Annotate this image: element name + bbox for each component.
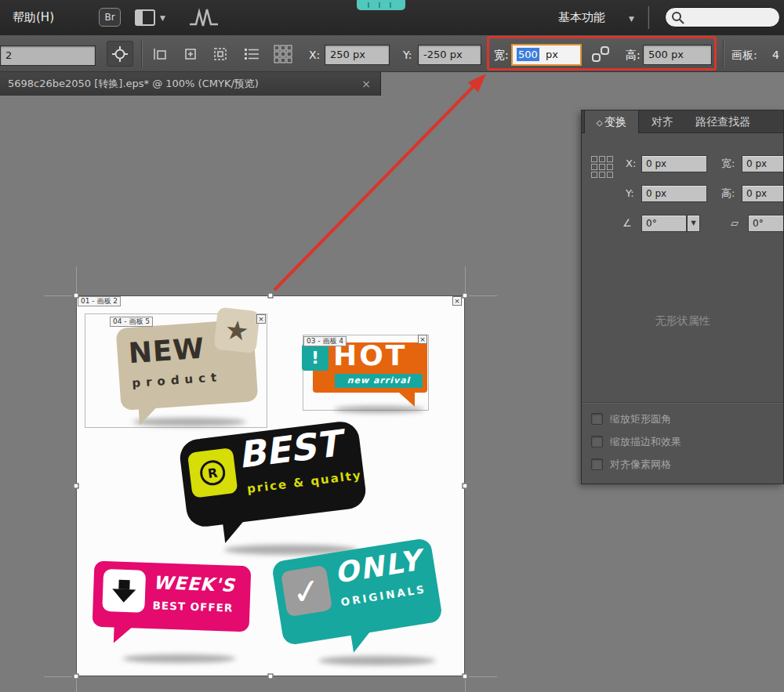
badge-arrow-box: [102, 569, 146, 613]
align-option-button-2[interactable]: [179, 42, 202, 66]
selection-handle[interactable]: [268, 674, 274, 679]
align-artboard-icon: [213, 47, 227, 61]
selection-handle[interactable]: [74, 293, 79, 299]
application-bar: 帮助(H) Br ▼ 基本功能 ▼: [0, 0, 784, 35]
link-icon: [590, 44, 611, 64]
y-label: Y:: [403, 45, 412, 65]
badge-shadow: [318, 656, 436, 665]
selection-handle[interactable]: [268, 293, 274, 299]
x-field[interactable]: 0 px: [641, 155, 707, 172]
crop-mark: [76, 266, 77, 292]
divider: [648, 6, 648, 29]
x-field[interactable]: 250 px: [325, 45, 390, 65]
badge-registered-box: R: [187, 447, 238, 498]
width-label: 宽:: [494, 45, 509, 65]
divider: [723, 40, 724, 67]
selected-value: 500: [517, 48, 539, 61]
constrain-proportions-button[interactable]: [590, 43, 612, 65]
crop-mark: [469, 676, 497, 677]
reference-point-proxy[interactable]: [591, 156, 613, 178]
target-icon-button[interactable]: [107, 41, 133, 67]
badge-weeks[interactable]: WEEK'S BEST OFFER: [93, 561, 252, 632]
y-field[interactable]: -250 px: [418, 45, 481, 65]
badge-best[interactable]: R BEST price & qualty: [178, 419, 368, 528]
rotate-dropdown-button[interactable]: ▼: [687, 215, 700, 232]
registered-icon: R: [198, 459, 227, 487]
chevron-down-icon[interactable]: ▼: [629, 15, 634, 23]
crop-mark: [76, 679, 77, 692]
height-field[interactable]: 0 px: [742, 185, 784, 202]
selection-handle[interactable]: [74, 484, 79, 489]
workspace-switcher[interactable]: 基本功能: [558, 0, 605, 35]
scale-corners-checkbox[interactable]: [591, 413, 603, 425]
divider: [582, 402, 783, 404]
sub-artboard-name-label[interactable]: 04 - 画板 5: [110, 317, 153, 327]
widget-stripe-icon: [368, 2, 369, 8]
rotate-field[interactable]: 0°: [641, 215, 687, 232]
graph-icon[interactable]: [188, 7, 220, 29]
document-tab[interactable]: 5698c26be2050 [转换].eps* @ 100% (CMYK/预览)…: [0, 72, 381, 96]
sub-artboard-close-icon[interactable]: ×: [418, 335, 427, 344]
height-label: 高:: [626, 45, 641, 65]
rotate-icon: ∠: [622, 215, 632, 232]
exclamation-icon: !: [311, 348, 319, 368]
checkbox-label: 缩放矩形圆角: [610, 412, 671, 426]
badge-hot[interactable]: ! HOT new arrival: [313, 342, 427, 393]
arrow-down-icon: [112, 589, 136, 603]
align-pixel-grid-checkbox[interactable]: [591, 458, 603, 470]
chevron-down-icon[interactable]: ▼: [160, 14, 165, 22]
tab-transform[interactable]: ◇变换: [584, 111, 639, 133]
height-field[interactable]: 500 px: [643, 45, 712, 65]
artboard-grid-button[interactable]: [270, 41, 296, 67]
diamond-icon: ◇: [597, 118, 603, 127]
bridge-button[interactable]: Br: [99, 8, 121, 27]
badge-tail: [397, 391, 415, 407]
list-icon: [244, 48, 260, 60]
badge-title: WEEK'S: [153, 572, 235, 596]
artboard-preset-field[interactable]: 2: [0, 45, 96, 66]
scale-strokes-checkbox[interactable]: [591, 436, 603, 447]
badge-star-box: ★: [213, 307, 260, 353]
badge-tail: [223, 519, 249, 543]
sub-artboard-close-icon[interactable]: ×: [256, 314, 266, 324]
check-icon: ✓: [289, 569, 324, 613]
y-label: Y:: [626, 185, 634, 202]
width-field[interactable]: 500 px: [511, 44, 582, 66]
height-label: 高:: [721, 185, 735, 202]
list-view-button[interactable]: [240, 42, 263, 66]
y-field[interactable]: 0 px: [641, 185, 707, 202]
crop-mark: [44, 295, 72, 296]
badge-shadow: [122, 654, 236, 663]
selection-handle[interactable]: [463, 293, 468, 299]
selection-handle[interactable]: [463, 674, 468, 679]
crop-mark: [465, 266, 466, 292]
grid-icon: [274, 45, 292, 63]
unit-label: px: [546, 49, 558, 60]
app-bar-widget[interactable]: [357, 0, 405, 10]
align-center-icon: [183, 47, 198, 61]
artboard-name-label[interactable]: 01 - 画板 2: [78, 296, 121, 306]
tab-pathfinder[interactable]: 路径查找器: [685, 111, 760, 133]
artboard-close-icon[interactable]: ×: [452, 296, 462, 306]
panel-tab-bar: ◇变换 对齐 路径查找器: [582, 111, 783, 133]
selection-handle[interactable]: [463, 484, 468, 489]
align-option-button-3[interactable]: [209, 42, 232, 66]
tab-align[interactable]: 对齐: [644, 111, 681, 133]
shear-field[interactable]: 0°: [748, 215, 784, 232]
align-option-button-1[interactable]: [149, 42, 172, 66]
control-bar: 2: [0, 35, 784, 72]
arrow-down-icon: [118, 579, 129, 589]
selection-handle[interactable]: [74, 674, 79, 679]
badge-tail: [139, 405, 161, 426]
width-field[interactable]: 0 px: [742, 155, 784, 172]
search-input[interactable]: [665, 7, 780, 27]
artboard[interactable]: ★ NEW product ! HOT new arrival R BEST p…: [76, 295, 465, 676]
menu-help[interactable]: 帮助(H): [13, 0, 54, 35]
sub-artboard-name-label[interactable]: 03 - 画板 4: [303, 336, 347, 346]
badge-new-product[interactable]: ★ NEW product: [116, 319, 259, 411]
close-icon[interactable]: ×: [361, 72, 371, 96]
arrange-documents-icon[interactable]: [135, 9, 155, 26]
no-shape-attributes-text: 无形状属性: [582, 314, 783, 328]
divider: [141, 40, 142, 67]
layout-pane-icon: [136, 11, 143, 24]
